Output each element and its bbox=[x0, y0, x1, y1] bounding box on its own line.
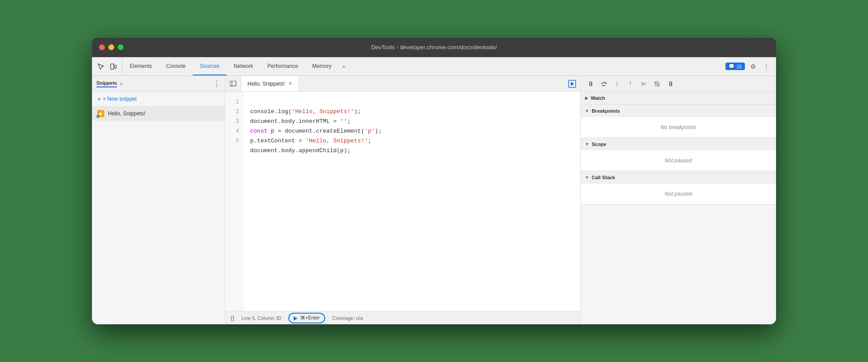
step-button[interactable] bbox=[637, 78, 650, 90]
pause-button[interactable]: ⏸ bbox=[584, 78, 597, 90]
window-title: DevTools - developer.chrome.com/docs/dev… bbox=[371, 44, 497, 51]
line-numbers: 1 2 3 4 5 bbox=[225, 92, 243, 311]
code-line-5: document.body.appendChild(p); bbox=[250, 147, 350, 154]
call-stack-label: Call Stack bbox=[592, 175, 615, 180]
run-snippet-icon[interactable] bbox=[564, 76, 580, 91]
watch-section: ▶ Watch bbox=[581, 92, 776, 105]
svg-marker-5 bbox=[571, 82, 574, 86]
sidebar-menu-button[interactable]: ⋮ bbox=[213, 80, 220, 87]
deactivate-breakpoints-icon[interactable] bbox=[651, 78, 663, 90]
cursor-position: Line 5, Column 30 bbox=[242, 315, 281, 321]
sidebar-more-button[interactable]: » bbox=[119, 81, 122, 87]
editor-tab-name: Hello, Snippets! bbox=[247, 81, 285, 87]
more-options-icon[interactable]: ⋮ bbox=[761, 61, 772, 72]
step-into-button[interactable] bbox=[611, 78, 623, 90]
scope-triangle-icon: ▼ bbox=[585, 142, 589, 146]
settings-icon[interactable]: ⚙ bbox=[748, 61, 758, 72]
sidebar-header: Snippets » ⋮ bbox=[92, 76, 225, 92]
breakpoints-section: ▼ Breakpoints No breakpoints bbox=[581, 105, 776, 138]
call-stack-triangle-icon: ▼ bbox=[585, 175, 589, 180]
call-stack-content: Not paused bbox=[581, 184, 776, 204]
code-content[interactable]: console.log('Hello, Snippets!'); documen… bbox=[243, 92, 580, 311]
inspect-icon[interactable] bbox=[96, 61, 106, 72]
devtools-window: DevTools - developer.chrome.com/docs/dev… bbox=[92, 38, 776, 324]
plus-icon: + bbox=[97, 95, 101, 102]
run-shortcut-label: ⌘+Enter bbox=[300, 315, 320, 321]
device-toolbar-icon[interactable] bbox=[108, 61, 119, 72]
more-tabs-button[interactable]: » bbox=[338, 57, 349, 75]
coverage-label: Coverage: n/a bbox=[332, 315, 363, 321]
traffic-lights bbox=[99, 44, 123, 50]
svg-marker-9 bbox=[616, 84, 618, 86]
sidebar-title: Snippets bbox=[96, 80, 117, 87]
tab-sources[interactable]: Sources bbox=[193, 57, 227, 75]
call-stack-not-paused-text: Not paused bbox=[588, 187, 769, 201]
editor-tab-hello-snippets[interactable]: Hello, Snippets! ✕ bbox=[241, 76, 299, 91]
sidebar-toggle-icon[interactable] bbox=[225, 76, 241, 91]
breakpoints-triangle-icon: ▼ bbox=[585, 109, 589, 113]
snippet-active-dot bbox=[96, 115, 100, 118]
svg-rect-0 bbox=[111, 64, 114, 69]
breakpoints-section-header[interactable]: ▼ Breakpoints bbox=[581, 105, 776, 117]
svg-marker-13 bbox=[645, 82, 646, 86]
breakpoints-content: No breakpoints bbox=[581, 117, 776, 138]
svg-rect-1 bbox=[115, 65, 116, 68]
code-line-3: const p = document.createElement('p'); bbox=[250, 128, 382, 134]
new-snippet-button[interactable]: + + New snippet bbox=[92, 92, 225, 106]
tab-performance[interactable]: Performance bbox=[260, 57, 305, 75]
editor-panel: Hello, Snippets! ✕ 1 2 3 bbox=[225, 76, 581, 324]
main-content: Snippets » ⋮ + + New snippet ▶ Hello, Sn… bbox=[92, 76, 776, 324]
badge-icon: 💬 bbox=[729, 63, 735, 69]
nav-tabs: Elements Console Sources Network Perform… bbox=[123, 57, 721, 75]
scope-label: Scope bbox=[592, 142, 606, 147]
code-line-2: document.body.innerHTML = ''; bbox=[250, 118, 350, 125]
nav-icons bbox=[92, 57, 123, 75]
code-area: 1 2 3 4 5 console.log('Hello, Snippets!'… bbox=[225, 92, 580, 311]
nav-right: 💬 15 ⚙ ⋮ bbox=[721, 57, 776, 75]
run-shortcut-button[interactable]: ▶ ⌘+Enter bbox=[288, 313, 325, 323]
tab-memory[interactable]: Memory bbox=[305, 57, 338, 75]
step-out-button[interactable] bbox=[624, 78, 637, 90]
editor-tab-bar: Hello, Snippets! ✕ bbox=[225, 76, 580, 92]
no-breakpoints-text: No breakpoints bbox=[588, 121, 769, 134]
close-button[interactable] bbox=[99, 44, 105, 50]
watch-triangle-icon: ▶ bbox=[585, 96, 588, 100]
editor-statusbar: {} Line 5, Column 30 ▶ ⌘+Enter Coverage:… bbox=[225, 311, 580, 324]
new-snippet-label: + New snippet bbox=[103, 96, 136, 102]
badge-count: 15 bbox=[737, 64, 742, 69]
svg-rect-2 bbox=[230, 81, 236, 86]
format-button[interactable]: {} bbox=[231, 315, 235, 321]
devtools-body: Elements Console Sources Network Perform… bbox=[92, 57, 776, 324]
notification-badge[interactable]: 💬 15 bbox=[725, 63, 745, 70]
minimize-button[interactable] bbox=[108, 44, 114, 50]
tab-network[interactable]: Network bbox=[227, 57, 260, 75]
scope-content: Not paused bbox=[581, 150, 776, 171]
scope-not-paused-text: Not paused bbox=[588, 154, 769, 167]
code-line-4: p.textContent = 'Hello, Snippets!'; bbox=[250, 138, 371, 144]
breakpoints-label: Breakpoints bbox=[592, 108, 620, 114]
step-over-button[interactable] bbox=[597, 78, 610, 90]
play-icon: ▶ bbox=[294, 315, 298, 321]
watch-label: Watch bbox=[591, 95, 605, 101]
sidebar-panel: Snippets » ⋮ + + New snippet ▶ Hello, Sn… bbox=[92, 76, 225, 324]
tab-elements[interactable]: Elements bbox=[123, 57, 159, 75]
code-line-1: console.log('Hello, Snippets!'); bbox=[250, 108, 361, 115]
snippet-name: Hello, Snippets! bbox=[108, 110, 145, 117]
tab-close-icon[interactable]: ✕ bbox=[288, 81, 292, 87]
titlebar: DevTools - developer.chrome.com/docs/dev… bbox=[92, 38, 776, 57]
debugger-sections: ▶ Watch ▼ Breakpoints No breakpoints bbox=[581, 92, 776, 324]
debugger-panel: ⏸ bbox=[581, 76, 776, 324]
maximize-button[interactable] bbox=[118, 44, 123, 50]
svg-marker-11 bbox=[629, 81, 632, 83]
call-stack-section: ▼ Call Stack Not paused bbox=[581, 171, 776, 205]
debugger-toolbar: ⏸ bbox=[581, 76, 776, 92]
snippet-item[interactable]: ▶ Hello, Snippets! bbox=[92, 106, 225, 121]
call-stack-section-header[interactable]: ▼ Call Stack bbox=[581, 171, 776, 184]
scope-section: ▼ Scope Not paused bbox=[581, 138, 776, 171]
scope-section-header[interactable]: ▼ Scope bbox=[581, 138, 776, 150]
watch-section-header[interactable]: ▶ Watch bbox=[581, 92, 776, 104]
snippet-icon: ▶ bbox=[97, 110, 104, 117]
pause-on-exceptions-icon[interactable]: ⏸ bbox=[664, 78, 677, 90]
tab-console[interactable]: Console bbox=[159, 57, 193, 75]
nav-bar: Elements Console Sources Network Perform… bbox=[92, 57, 776, 76]
